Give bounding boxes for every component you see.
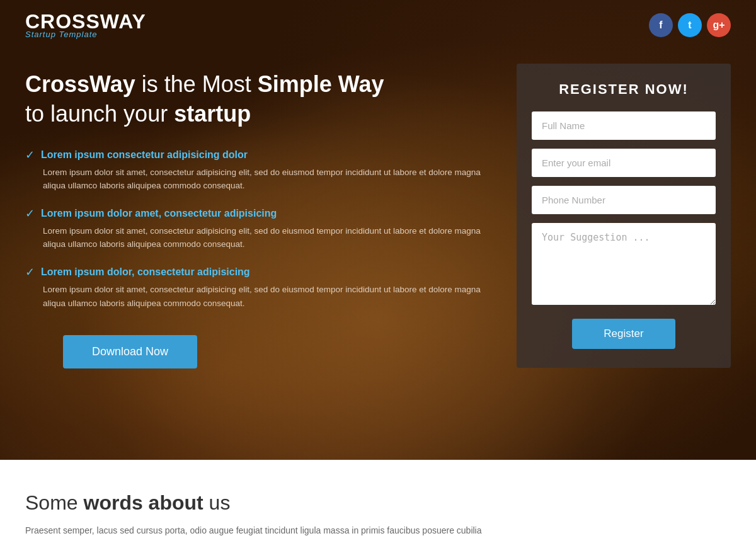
download-now-button[interactable]: Download Now	[63, 335, 197, 368]
hero-left-panel: CrossWay is the Most Simple Way to launc…	[25, 64, 491, 368]
about-title-part1: Some	[25, 491, 83, 514]
about-title: Some words about us	[25, 491, 731, 515]
feature-title-row-2: ✓ Lorem ipsum dolor amet, consectetur ad…	[25, 207, 491, 220]
suggestion-textarea[interactable]	[532, 223, 716, 305]
feature-list: ✓ Lorem ipsum consectetur adipisicing do…	[25, 148, 491, 311]
hero-content: CrossWay is the Most Simple Way to launc…	[0, 45, 756, 460]
feature-item-2: ✓ Lorem ipsum dolor amet, consectetur ad…	[25, 207, 491, 251]
suggestion-group	[532, 223, 716, 307]
feature-title-1: Lorem ipsum consectetur adipisicing dolo…	[41, 149, 248, 161]
phone-group	[532, 186, 716, 214]
check-icon-1: ✓	[25, 148, 35, 162]
email-input[interactable]	[532, 149, 716, 177]
feature-item-1: ✓ Lorem ipsum consectetur adipisicing do…	[25, 148, 491, 193]
about-title-part2: us	[203, 491, 231, 514]
top-nav: CROSSWAY Startup Template f t g+	[0, 0, 756, 45]
twitter-icon[interactable]: t	[678, 13, 702, 37]
full-name-group	[532, 111, 716, 140]
full-name-input[interactable]	[532, 111, 716, 140]
email-group	[532, 149, 716, 177]
headline-text1: is the Most	[135, 71, 258, 97]
facebook-icon[interactable]: f	[649, 13, 673, 37]
check-icon-2: ✓	[25, 207, 35, 220]
feature-title-2: Lorem ipsum dolor amet, consectetur adip…	[41, 208, 277, 219]
social-icons-group: f t g+	[649, 13, 731, 37]
logo-sub-text: Startup Template	[25, 30, 146, 38]
hero-headline: CrossWay is the Most Simple Way to launc…	[25, 70, 491, 129]
about-title-bold: words about	[83, 491, 203, 514]
feature-item-3: ✓ Lorem ipsum dolor, consectetur adipisi…	[25, 265, 491, 310]
register-title: REGISTER NOW!	[532, 81, 716, 98]
register-button[interactable]: Register	[572, 319, 675, 349]
feature-title-row-1: ✓ Lorem ipsum consectetur adipisicing do…	[25, 148, 491, 162]
feature-title-3: Lorem ipsum dolor, consectetur adipisici…	[41, 266, 250, 278]
phone-input[interactable]	[532, 186, 716, 214]
about-section: Some words about us Praesent semper, lac…	[0, 460, 756, 548]
headline-text2: to launch your	[25, 101, 174, 127]
google-icon[interactable]: g+	[707, 13, 731, 37]
register-form-box: REGISTER NOW! Register	[517, 64, 731, 368]
feature-title-row-3: ✓ Lorem ipsum dolor, consectetur adipisi…	[25, 265, 491, 279]
logo-main-text: CROSSWAY	[25, 11, 146, 31]
feature-desc-1: Lorem ipsum dolor sit amet, consectetur …	[25, 166, 491, 193]
hero-section: CROSSWAY Startup Template f t g+ CrossWa…	[0, 0, 756, 460]
feature-desc-2: Lorem ipsum dolor sit amet, consectetur …	[25, 224, 491, 251]
check-icon-3: ✓	[25, 265, 35, 279]
headline-crossway: CrossWay	[25, 71, 135, 97]
headline-simple-way: Simple Way	[258, 71, 384, 97]
logo: CROSSWAY Startup Template	[25, 11, 146, 38]
feature-desc-3: Lorem ipsum dolor sit amet, consectetur …	[25, 283, 491, 310]
headline-startup: startup	[174, 101, 251, 127]
about-description: Praesent semper, lacus sed cursus porta,…	[25, 523, 731, 537]
